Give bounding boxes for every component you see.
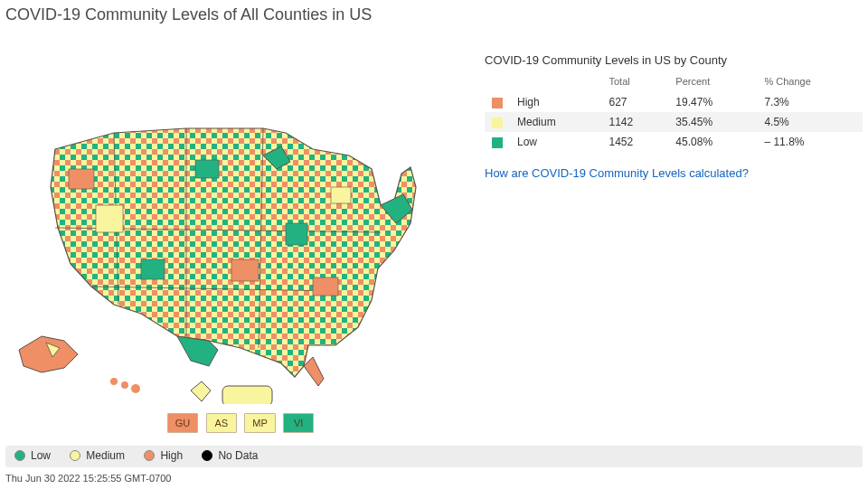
side-panel: COVID-19 Community Levels in US by Count… — [476, 33, 863, 180]
svg-rect-12 — [313, 277, 338, 296]
swatch-high — [492, 98, 503, 108]
legend-item-high: High — [144, 449, 183, 462]
svg-point-4 — [121, 381, 128, 389]
legend-item-nodata: No Data — [202, 449, 258, 462]
row-label: Low — [510, 132, 602, 152]
calc-link[interactable]: How are COVID-19 Community Levels calcul… — [485, 166, 863, 180]
us-county-map[interactable] — [5, 79, 439, 404]
row-total: 1452 — [602, 132, 669, 152]
table-row[interactable]: Medium 1142 35.45% 4.5% — [485, 112, 863, 132]
legend-dot-nodata — [202, 450, 212, 461]
row-percent: 45.08% — [668, 132, 757, 152]
legend-label: Low — [31, 449, 51, 462]
swatch-medium — [492, 118, 503, 128]
legend-dot-high — [144, 450, 155, 461]
row-change: – 11.8% — [757, 132, 863, 152]
svg-rect-8 — [96, 205, 123, 232]
svg-rect-6 — [222, 386, 272, 404]
timestamp: Thu Jun 30 2022 15:25:55 GMT-0700 — [5, 473, 171, 484]
legend-label: High — [160, 449, 183, 462]
row-total: 627 — [602, 92, 669, 112]
row-label: High — [510, 92, 602, 112]
swatch-low — [492, 137, 503, 148]
territory-chip-mp[interactable]: MP — [244, 413, 276, 433]
legend-dot-medium — [70, 450, 80, 461]
row-percent: 35.45% — [668, 112, 757, 132]
territory-chip-vi[interactable]: VI — [283, 413, 314, 433]
row-change: 4.5% — [757, 112, 863, 132]
row-percent: 19.47% — [668, 92, 757, 112]
svg-rect-7 — [69, 169, 94, 189]
footer-legend: Low Medium High No Data — [5, 446, 863, 467]
svg-rect-9 — [195, 160, 219, 178]
territory-chip-as[interactable]: AS — [206, 413, 237, 433]
row-total: 1142 — [602, 112, 669, 132]
col-total: Total — [602, 72, 669, 92]
legend-item-low: Low — [14, 449, 51, 462]
row-change: 7.3% — [757, 92, 863, 112]
table-row[interactable]: Low 1452 45.08% – 11.8% — [485, 132, 863, 152]
svg-rect-14 — [331, 187, 351, 203]
page-title: COVID-19 Community Levels of All Countie… — [0, 0, 868, 33]
map-column: GU AS MP VI — [5, 33, 476, 433]
svg-point-5 — [131, 384, 140, 393]
svg-point-3 — [110, 378, 118, 385]
legend-label: No Data — [218, 449, 258, 462]
table-row[interactable]: High 627 19.47% 7.3% — [485, 92, 863, 112]
svg-rect-11 — [286, 223, 307, 245]
territory-row: GU AS MP VI — [5, 413, 476, 433]
legend-item-medium: Medium — [70, 449, 125, 462]
level-table: Total Percent % Change High 627 19.47% 7… — [485, 72, 863, 152]
svg-rect-13 — [141, 259, 165, 279]
legend-dot-low — [14, 450, 25, 461]
territory-chip-gu[interactable]: GU — [167, 413, 199, 433]
col-percent: Percent — [668, 72, 757, 92]
svg-rect-10 — [231, 259, 259, 281]
col-change: % Change — [757, 72, 863, 92]
row-label: Medium — [510, 112, 602, 132]
legend-label: Medium — [86, 449, 125, 462]
table-title: COVID-19 Community Levels in US by Count… — [485, 53, 863, 67]
main-row: GU AS MP VI COVID-19 Community Levels in… — [0, 33, 868, 433]
